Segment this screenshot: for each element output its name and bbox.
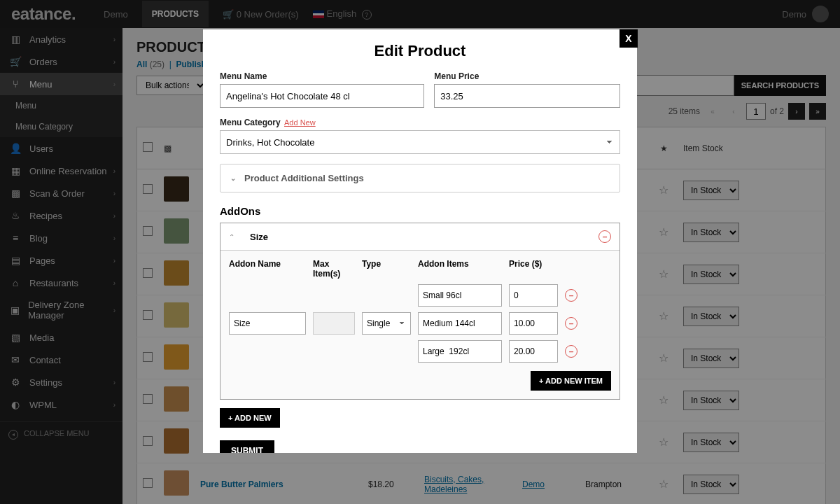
modal-backdrop[interactable]: X Edit Product Menu Name Menu Price Menu… xyxy=(0,0,840,504)
col-addon-price: Price ($) xyxy=(509,259,558,279)
addon-item-price-input[interactable] xyxy=(509,340,558,363)
addon-item-label-input[interactable] xyxy=(418,340,502,363)
additional-settings-toggle[interactable]: ⌄ Product Additional Settings xyxy=(220,164,620,192)
modal-close-button[interactable]: X xyxy=(620,29,638,48)
add-new-category-link[interactable]: Add New xyxy=(284,118,316,127)
additional-settings-card: ⌄ Product Additional Settings xyxy=(220,164,620,192)
addons-section-title: AddOns xyxy=(220,205,620,217)
menu-price-label: Menu Price xyxy=(434,71,620,81)
remove-addon-group[interactable]: – xyxy=(598,230,611,243)
menu-name-label: Menu Name xyxy=(220,71,424,81)
additional-settings-label: Product Additional Settings xyxy=(244,173,364,183)
addon-item-label-input[interactable] xyxy=(418,312,502,335)
addon-type-select[interactable]: Single xyxy=(362,312,411,335)
edit-product-modal: X Edit Product Menu Name Menu Price Menu… xyxy=(203,29,637,453)
addon-max-input[interactable] xyxy=(313,312,355,335)
addon-item-row: – xyxy=(418,284,578,307)
addon-name-input[interactable] xyxy=(229,312,306,335)
add-new-addon-button[interactable]: + ADD NEW xyxy=(220,408,280,428)
addon-item-price-input[interactable] xyxy=(509,284,558,307)
addon-item-price-input[interactable] xyxy=(509,312,558,335)
menu-price-input[interactable] xyxy=(434,84,620,108)
addon-group: ⌃ Size – Addon Name Max Item(s) Type Add… xyxy=(220,223,620,400)
addon-item-row: – xyxy=(418,312,578,335)
chevron-up-icon[interactable]: ⌃ xyxy=(229,233,234,241)
col-addon-max: Max Item(s) xyxy=(313,259,355,279)
menu-name-input[interactable] xyxy=(220,84,424,108)
col-addon-name: Addon Name xyxy=(229,259,306,279)
menu-category-select[interactable]: Drinks, Hot Chocolate xyxy=(220,130,620,154)
chevron-down-icon: ⌄ xyxy=(230,174,236,182)
remove-addon-item[interactable]: – xyxy=(565,345,578,358)
menu-category-label: Menu Category Add New xyxy=(220,118,620,127)
remove-addon-item[interactable]: – xyxy=(565,289,578,302)
addon-group-title: Size xyxy=(250,232,268,242)
modal-title: Edit Product xyxy=(220,42,620,60)
submit-button[interactable]: SUBMIT xyxy=(220,440,274,453)
addon-item-label-input[interactable] xyxy=(418,284,502,307)
add-new-item-button[interactable]: + ADD NEW ITEM xyxy=(531,371,611,391)
col-addon-items: Addon Items xyxy=(418,259,502,279)
remove-addon-item[interactable]: – xyxy=(565,317,578,330)
addon-item-row: – xyxy=(418,340,578,363)
col-addon-type: Type xyxy=(362,259,411,279)
